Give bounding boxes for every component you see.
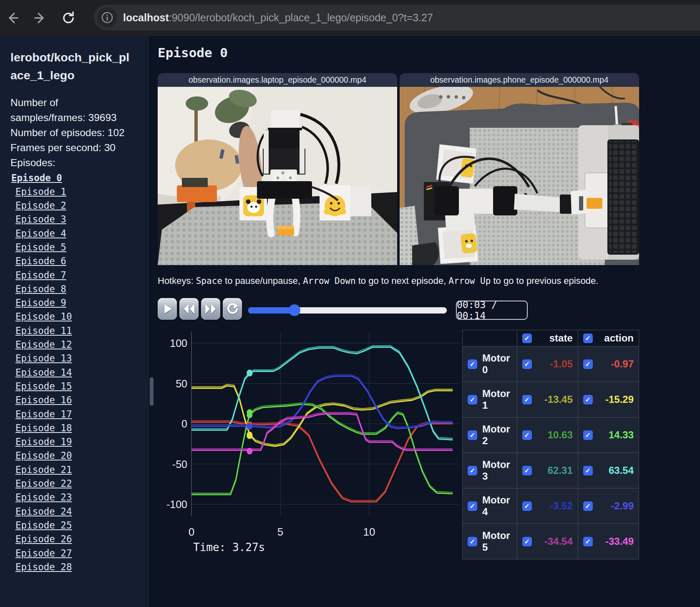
- state-value: -3.52: [532, 500, 573, 512]
- episode-link[interactable]: Episode 8: [15, 282, 66, 296]
- state-value-checkbox[interactable]: ✓: [522, 430, 532, 440]
- episode-link[interactable]: Episode 6: [15, 254, 66, 268]
- motor-label: Motor 2: [482, 423, 512, 447]
- state-value-checkbox[interactable]: ✓: [522, 466, 532, 475]
- episode-link[interactable]: Episode 23: [15, 491, 72, 504]
- episode-link[interactable]: Episode 25: [15, 518, 72, 532]
- motor-label: Motor 4: [482, 494, 512, 518]
- state-value-checkbox[interactable]: ✓: [522, 501, 532, 511]
- table-row: ✓Motor 4✓-3.52✓-2.99: [463, 488, 639, 524]
- seek-slider-thumb[interactable]: [289, 304, 300, 316]
- state-value-checkbox[interactable]: ✓: [522, 537, 532, 546]
- episodes-count: Number of episodes: 102: [10, 125, 132, 140]
- episode-link[interactable]: Episode 11: [15, 324, 72, 338]
- motor-row-checkbox[interactable]: ✓: [468, 430, 477, 440]
- current-time-label: Time: 3.27s: [193, 541, 265, 554]
- time-display: 00:03 / 00:14: [456, 301, 528, 320]
- laptop-video-panel[interactable]: observation.images.laptop_episode_000000…: [158, 73, 397, 265]
- episode-link[interactable]: Episode 18: [15, 421, 72, 435]
- episode-link[interactable]: Episode 17: [15, 407, 72, 421]
- forward-button[interactable]: [28, 10, 53, 25]
- episode-link[interactable]: Episode 13: [15, 352, 72, 365]
- motor-label: Motor 0: [482, 352, 512, 376]
- arrow-up-key: Arrow Up: [448, 276, 491, 286]
- url-bar[interactable]: localhost:9090/lerobot/koch_pick_place_1…: [94, 5, 700, 30]
- phone-video-panel[interactable]: observation.images.phone_episode_000000.…: [400, 73, 639, 265]
- episode-link[interactable]: Episode 19: [15, 435, 72, 449]
- episode-link[interactable]: Episode 16: [15, 393, 72, 407]
- motor-row-checkbox[interactable]: ✓: [468, 395, 477, 405]
- arrow-down-key: Arrow Down: [303, 276, 355, 286]
- url-host: localhost: [123, 12, 169, 23]
- episode-list: Episode 0Episode 1Episode 2Episode 3Epis…: [10, 171, 149, 574]
- motor-label: Motor 1: [482, 388, 512, 411]
- back-button[interactable]: [0, 10, 25, 25]
- svg-text:100: 100: [170, 337, 187, 349]
- action-value-checkbox[interactable]: ✓: [583, 430, 593, 440]
- state-value-checkbox[interactable]: ✓: [522, 395, 532, 405]
- motor-row-checkbox[interactable]: ✓: [468, 537, 477, 546]
- motor-label: Motor 5: [482, 530, 512, 553]
- episode-link[interactable]: Episode 4: [15, 227, 66, 240]
- episode-link[interactable]: Episode 7: [15, 268, 66, 282]
- episode-link[interactable]: Episode 24: [15, 505, 72, 518]
- dataset-title: lerobot/koch_pick_place_1_lego: [10, 48, 136, 84]
- episode-link[interactable]: Episode 12: [15, 338, 72, 352]
- state-column-checkbox[interactable]: ✓: [522, 334, 532, 343]
- fast-forward-icon: [204, 303, 217, 315]
- episode-link[interactable]: Episode 14: [15, 366, 72, 379]
- laptop-video-title: observation.images.laptop_episode_000000…: [158, 73, 397, 87]
- dataset-info: Number of samples/frames: 39693 Number o…: [10, 95, 132, 170]
- episode-link[interactable]: Episode 2: [15, 199, 66, 212]
- episode-link[interactable]: Episode 20: [15, 449, 72, 463]
- episode-link[interactable]: Episode 9: [15, 296, 66, 310]
- play-button[interactable]: [158, 298, 177, 320]
- episode-link[interactable]: Episode 26: [15, 532, 72, 546]
- episode-link[interactable]: Episode 3: [15, 212, 66, 226]
- svg-text:10: 10: [363, 526, 375, 538]
- action-value-checkbox[interactable]: ✓: [583, 359, 593, 369]
- samples-count: Number of samples/frames: 39693: [10, 95, 132, 125]
- episode-link[interactable]: Episode 28: [15, 560, 72, 574]
- lego-brick: [587, 198, 602, 209]
- action-column-checkbox[interactable]: ✓: [583, 334, 593, 343]
- action-column-header: ✓action: [578, 330, 639, 346]
- page-title: Episode 0: [158, 45, 228, 60]
- laptop-video-frame[interactable]: [158, 87, 397, 265]
- episode-link[interactable]: Episode 22: [15, 477, 72, 491]
- loop-button[interactable]: [223, 298, 242, 320]
- lego-brick: [277, 226, 294, 235]
- motor-column-header: [463, 330, 517, 346]
- state-value: -34.54: [532, 536, 573, 547]
- motor-chart[interactable]: 100500-50-1000510: [153, 328, 462, 549]
- motor-row-checkbox[interactable]: ✓: [468, 501, 477, 511]
- episode-link[interactable]: Episode 1: [15, 185, 66, 199]
- seek-slider[interactable]: [248, 307, 447, 314]
- episode-link[interactable]: Episode 15: [15, 379, 72, 393]
- motor-row-checkbox[interactable]: ✓: [468, 359, 477, 369]
- svg-text:-50: -50: [172, 458, 187, 470]
- action-value: -33.49: [593, 536, 634, 547]
- rewind-button[interactable]: [179, 298, 199, 320]
- action-value-checkbox[interactable]: ✓: [583, 501, 593, 511]
- action-value-checkbox[interactable]: ✓: [583, 466, 593, 475]
- url-text: localhost:9090/lerobot/koch_pick_place_1…: [123, 12, 433, 24]
- reload-button[interactable]: [56, 10, 81, 25]
- state-value-checkbox[interactable]: ✓: [522, 359, 532, 369]
- action-value: -15.29: [593, 394, 634, 405]
- episodes-label: Episodes:: [10, 155, 132, 170]
- phone-video-frame[interactable]: [400, 87, 639, 265]
- action-value-checkbox[interactable]: ✓: [583, 537, 593, 546]
- episode-link[interactable]: Episode 10: [15, 310, 72, 324]
- fast-forward-button[interactable]: [201, 298, 220, 320]
- motor-row-checkbox[interactable]: ✓: [468, 466, 477, 475]
- space-key: Space: [196, 276, 222, 286]
- episode-link[interactable]: Episode 0: [11, 171, 62, 185]
- table-row: ✓Motor 2✓10.63✓14.33: [463, 417, 639, 453]
- episode-link[interactable]: Episode 27: [15, 546, 72, 560]
- episode-link[interactable]: Episode 21: [15, 463, 72, 477]
- main-content: Episode 0 observation.images.laptop_epis…: [149, 36, 700, 607]
- action-value-checkbox[interactable]: ✓: [583, 395, 593, 405]
- site-info-icon[interactable]: [97, 8, 117, 28]
- episode-link[interactable]: Episode 5: [15, 240, 66, 254]
